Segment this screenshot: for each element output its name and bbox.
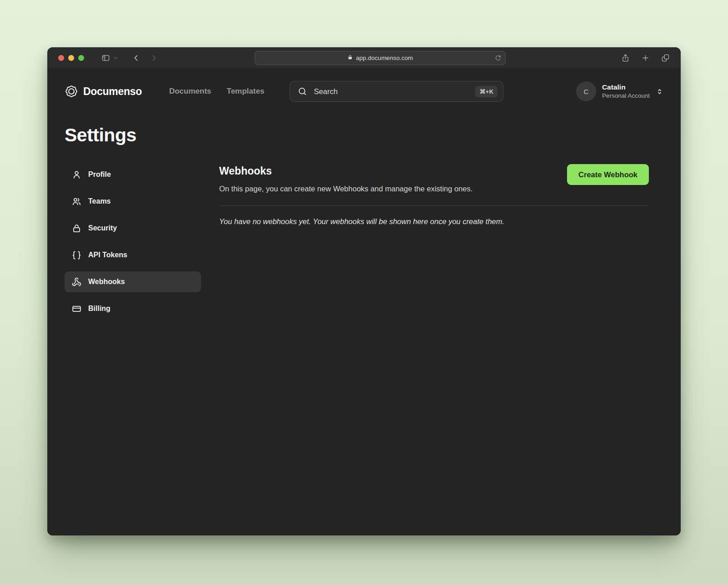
search-bar[interactable]: ⌘+K [290,81,503,102]
search-icon [298,87,307,96]
sidebar-item-label: Webhooks [88,278,125,286]
documenso-logo-icon [65,85,78,98]
window-controls [58,55,84,61]
webhooks-panel: Webhooks On this page, you can create ne… [219,164,649,319]
webhooks-heading-group: Webhooks On this page, you can create ne… [219,164,472,193]
users-icon [72,197,81,206]
address-bar[interactable]: app.documenso.com [255,51,506,65]
section-heading: Webhooks [219,165,472,177]
section-divider [219,205,649,206]
search-input[interactable] [313,87,469,96]
sidebar-item-webhooks[interactable]: Webhooks [65,271,201,292]
browser-toolbar: app.documenso.com [47,47,681,69]
app-header: Documenso Documents Templates ⌘+K C [65,69,663,102]
sidebar-item-label: Billing [88,305,110,313]
sidebar-item-profile[interactable]: Profile [65,164,201,185]
url-text: app.documenso.com [356,55,413,61]
section-description: On this page, you can create new Webhook… [219,185,472,193]
brand-name: Documenso [83,85,142,98]
empty-state-text: You have no webhooks yet. Your webhooks … [219,217,649,226]
lock-icon [72,224,81,233]
search-shortcut-badge: ⌘+K [475,86,497,97]
reload-icon[interactable] [495,55,502,61]
browser-window: app.documenso.com [47,47,681,535]
close-window-button[interactable] [58,55,64,61]
sidebar-item-label: API Tokens [88,251,127,259]
credit-card-icon [72,304,81,314]
sidebar-item-label: Profile [88,170,111,179]
back-button[interactable] [132,54,141,62]
zoom-window-button[interactable] [78,55,84,61]
nav-item-templates[interactable]: Templates [227,87,265,96]
settings-layout: Profile Teams Security [65,164,663,319]
sidebar-item-teams[interactable]: Teams [65,191,201,212]
account-menu[interactable]: C Catalin Personal Account [576,81,663,101]
chevron-down-icon[interactable] [113,55,118,60]
sidebar-item-security[interactable]: Security [65,218,201,239]
app-content: Documenso Documents Templates ⌘+K C [47,69,681,535]
primary-nav: Documents Templates [169,87,264,96]
brand-logo[interactable]: Documenso [65,85,142,98]
account-name: Catalin [602,83,650,92]
forward-button[interactable] [150,54,158,62]
create-webhook-button[interactable]: Create Webhook [567,164,649,185]
new-tab-icon[interactable] [641,54,650,62]
sidebar-toggle-icon[interactable] [101,54,110,62]
desktop-background: app.documenso.com [0,0,728,585]
sidebar-item-billing[interactable]: Billing [65,298,201,319]
avatar: C [576,81,596,101]
account-text: Catalin Personal Account [602,83,650,100]
webhooks-panel-header: Webhooks On this page, you can create ne… [219,164,649,193]
settings-sidebar: Profile Teams Security [65,164,201,319]
webhook-icon [72,277,81,287]
share-icon[interactable] [621,54,630,62]
account-subtitle: Personal Account [602,92,650,100]
toolbar-right-actions [621,54,670,62]
lock-icon [347,55,353,61]
chevrons-up-down-icon [656,88,663,95]
braces-icon [72,250,81,260]
user-icon [72,170,81,180]
nav-item-documents[interactable]: Documents [169,87,211,96]
minimize-window-button[interactable] [68,55,74,61]
tab-overview-icon[interactable] [661,54,670,62]
sidebar-item-label: Security [88,224,117,232]
sidebar-item-api-tokens[interactable]: API Tokens [65,245,201,265]
sidebar-item-label: Teams [88,197,111,205]
page-title: Settings [65,125,663,146]
